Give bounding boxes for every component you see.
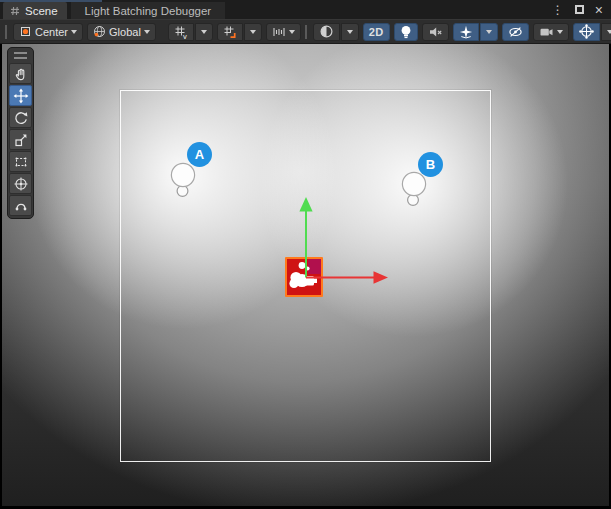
light-bulb-icon [400,25,412,39]
gizmo-globe-icon [579,24,594,39]
effects-star-icon [459,25,473,39]
grid-visibility-button[interactable]: y [168,23,194,41]
orientation-dropdown[interactable]: Global [87,23,156,41]
grid-visibility-group: y [168,23,213,41]
chevron-down-icon [144,30,150,34]
scene-viewport[interactable]: A B [0,44,611,509]
grid-snapping-dropdown[interactable] [244,23,262,41]
light-badge-a-label: A [195,147,204,162]
window-controls: ⋮ × [552,0,611,19]
tools-overlay [7,47,34,219]
camera-icon [539,25,554,39]
window-menu-icon[interactable]: ⋮ [552,4,564,16]
chevron-down-icon [486,30,492,34]
snap-increment-dropdown[interactable] [266,23,301,41]
chevron-down-icon [607,30,611,34]
scene-effects-dropdown[interactable] [480,23,498,41]
shading-mode-group [313,23,359,41]
light-gizmo-a[interactable] [170,162,196,198]
y-axis-arrowhead[interactable] [299,197,312,212]
toolbar-drag-handle[interactable] [5,25,7,39]
maximize-icon[interactable] [575,5,584,14]
tab-debugger-label: Light Batching Debugger [85,5,212,17]
scene-toolbar: Center Global y [0,19,611,44]
tab-scene-label: Scene [25,5,58,17]
move-gizmo [296,194,392,286]
custom-tool-button[interactable] [9,195,32,216]
pivot-center-icon [19,25,32,38]
chevron-down-icon [201,30,207,34]
custom-editor-tool-icon [13,198,29,214]
overlay-drag-handle[interactable] [14,52,27,59]
effects-group [453,23,498,41]
scene-effects-button[interactable] [453,23,479,41]
shading-mode-dropdown[interactable] [341,23,359,41]
eye-slash-icon [508,25,523,39]
light-badge-a: A [187,142,212,167]
light-badge-b-label: B [426,157,435,172]
camera-settings-dropdown[interactable] [533,23,569,41]
hand-icon [13,66,29,82]
rotate-icon [13,110,29,126]
tab-light-batching-debugger[interactable]: Light Batching Debugger [71,2,226,19]
svg-text:y: y [183,31,187,39]
chevron-down-icon [289,30,295,34]
move-icon [13,88,29,104]
unity-scene-window: Scene Light Batching Debugger ⋮ × Center [0,0,611,509]
grid-snapping-group [217,23,262,41]
gizmos-dropdown[interactable] [601,23,611,41]
gizmos-group [573,23,611,41]
close-icon[interactable]: × [595,3,603,17]
tab-bar: Scene Light Batching Debugger ⋮ × [0,0,611,19]
chevron-down-icon [250,30,256,34]
chevron-down-icon [347,30,353,34]
gizmos-toggle[interactable] [573,23,600,41]
hidden-objects-toggle[interactable] [502,23,529,41]
transform-icon [13,176,29,192]
grid-snapping-button[interactable] [217,23,243,41]
rotate-tool-button[interactable] [9,107,32,128]
pivot-mode-label: Center [35,26,68,38]
shaded-sphere-icon [319,24,334,39]
audio-toggle[interactable] [422,23,449,41]
tab-scene[interactable]: Scene [3,2,67,19]
scene-lighting-toggle[interactable] [394,23,418,41]
chevron-down-icon [557,30,563,34]
transform-tool-button[interactable] [9,173,32,194]
grid-visibility-dropdown[interactable] [195,23,213,41]
toolbar-drag-handle[interactable] [305,25,307,39]
2d-mode-label: 2D [369,26,384,38]
focused-dock-accent [0,0,102,2]
shading-mode-button[interactable] [313,23,340,41]
x-axis-arrowhead[interactable] [374,271,389,284]
grid-snap-icon [223,25,237,39]
move-tool-button[interactable] [9,85,32,106]
light-gizmo-b[interactable] [401,171,427,207]
orientation-label: Global [109,26,141,38]
audio-muted-icon [428,25,443,39]
snap-increment-icon [272,25,286,39]
scene-grid-icon [10,6,20,16]
globe-icon [93,25,106,38]
light-badge-b: B [418,152,443,177]
scale-tool-button[interactable] [9,129,32,150]
2d-mode-toggle[interactable]: 2D [363,23,390,41]
rect-tool-button[interactable] [9,151,32,172]
rect-transform-icon [13,154,29,170]
pivot-mode-dropdown[interactable]: Center [13,23,83,41]
chevron-down-icon [71,30,77,34]
scale-icon [13,132,29,148]
grid-axis-icon: y [174,25,188,39]
view-hand-tool-button[interactable] [9,63,32,84]
